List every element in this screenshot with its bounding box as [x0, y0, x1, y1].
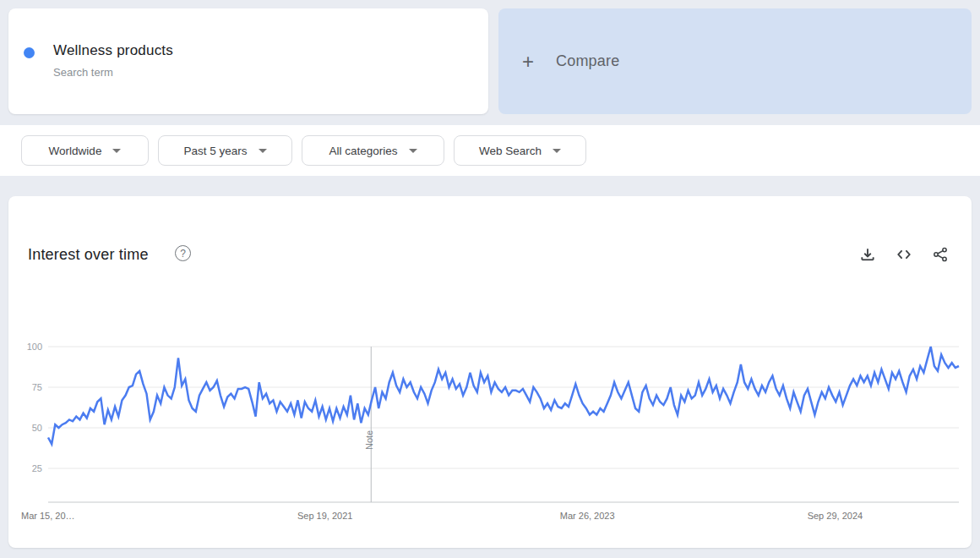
y-axis-label: 50 [17, 423, 42, 433]
x-axis-label: Mar 15, 20… [21, 511, 75, 521]
filter-searchtype-label: Web Search [479, 145, 542, 157]
interest-line-chart[interactable] [8, 196, 972, 548]
filter-searchtype-dropdown[interactable]: Web Search [454, 135, 586, 166]
x-axis-label: Mar 26, 2023 [560, 511, 615, 521]
filter-category-label: All categories [329, 145, 397, 157]
y-axis-label: 100 [17, 342, 42, 352]
caret-down-icon [409, 149, 417, 153]
caret-down-icon [259, 149, 267, 153]
x-axis-label: Sep 29, 2024 [808, 511, 863, 521]
filter-region-dropdown[interactable]: Worldwide [21, 135, 149, 166]
filter-bar: Worldwide Past 5 years All categories We… [0, 125, 980, 176]
compare-label: Compare [556, 52, 619, 70]
plus-icon: + [522, 52, 534, 72]
search-term-card[interactable]: Wellness products Search term [8, 8, 488, 114]
compare-card[interactable]: + Compare [498, 8, 972, 114]
search-term-title: Wellness products [53, 42, 173, 59]
caret-down-icon [553, 149, 561, 153]
filter-timerange-dropdown[interactable]: Past 5 years [158, 135, 292, 166]
caret-down-icon [112, 149, 121, 153]
search-term-subtitle: Search term [53, 66, 113, 79]
filter-timerange-label: Past 5 years [183, 145, 247, 157]
y-axis-label: 75 [17, 382, 42, 392]
filter-region-label: Worldwide [49, 145, 102, 157]
filter-category-dropdown[interactable]: All categories [302, 135, 444, 166]
y-axis-label: 25 [17, 463, 42, 473]
x-axis-label: Sep 19, 2021 [297, 511, 352, 521]
note-marker-label: Note [364, 430, 374, 450]
trend-line-series[interactable] [48, 347, 959, 444]
interest-over-time-card: Interest over time ? 100755025NoteMar 15… [8, 196, 972, 548]
series-color-dot [24, 47, 35, 58]
